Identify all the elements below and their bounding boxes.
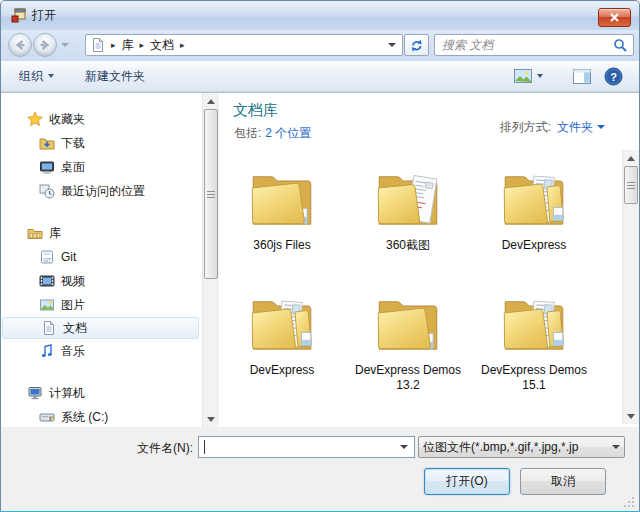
combo-dropdown-icon[interactable] <box>400 445 408 449</box>
folder-icon <box>495 164 573 236</box>
file-list-pane: 文档库 包括:2 个位置 排列方式:文件夹 360js Files 360截图 … <box>219 93 639 427</box>
filetype-value: 位图文件(*.bmp,*.gif,*.jpg,*.jp <box>423 439 610 456</box>
sidebar-item-desktop[interactable]: 桌面 <box>1 155 199 179</box>
triangle-up-icon <box>627 156 635 161</box>
sidebar-item-label: 桌面 <box>61 159 85 176</box>
sidebar-item-music[interactable]: 音乐 <box>1 339 199 363</box>
help-button[interactable]: ? <box>604 66 623 86</box>
refresh-button[interactable] <box>404 34 429 56</box>
arrange-value[interactable]: 文件夹 <box>557 120 593 134</box>
cancel-button[interactable]: 取消 <box>520 468 606 495</box>
folder-icon <box>495 414 573 424</box>
sidebar-item-label: 视频 <box>61 273 85 290</box>
arrow-left-icon <box>12 37 28 53</box>
preview-pane-icon <box>573 69 591 84</box>
filename-label: 文件名(N): <box>97 440 193 457</box>
sidebar-item-git[interactable]: GIT Git <box>1 245 199 269</box>
triangle-up-icon <box>207 99 215 104</box>
breadcrumb-libraries[interactable]: 库 <box>122 37 134 54</box>
file-list-scrollbar[interactable] <box>622 150 639 424</box>
arrange-label: 排列方式: <box>500 120 551 134</box>
breadcrumb-arrow-icon[interactable]: ▸ <box>140 40 145 50</box>
breadcrumb-arrow-icon[interactable]: ▸ <box>180 40 185 50</box>
views-button[interactable] <box>514 66 543 86</box>
scroll-up-button[interactable] <box>623 150 639 166</box>
system-drive-icon <box>39 409 55 425</box>
folder-icon <box>243 164 321 236</box>
address-bar[interactable]: ▸ 库 ▸ 文档 ▸ <box>85 34 403 56</box>
sidebar-item-favorites[interactable]: 收藏夹 <box>1 107 199 131</box>
file-item-partial[interactable] <box>345 408 471 424</box>
sidebar-scrollbar[interactable] <box>202 93 219 427</box>
close-icon <box>609 13 620 22</box>
music-note-icon <box>39 343 55 359</box>
search-input[interactable]: 搜索 文档 <box>434 34 634 56</box>
recent-pages-chevron-icon[interactable] <box>61 43 69 47</box>
new-folder-button[interactable]: 新建文件夹 <box>79 61 151 91</box>
scroll-down-button[interactable] <box>203 411 219 427</box>
sidebar-item-label: 文档 <box>63 320 87 337</box>
sidebar-item-downloads[interactable]: 下载 <box>1 131 199 155</box>
close-button[interactable] <box>598 8 631 27</box>
navigation-bar: ▸ 库 ▸ 文档 ▸ 搜索 文档 <box>1 30 639 61</box>
address-dropdown-icon[interactable] <box>388 43 396 47</box>
sidebar-item-pictures[interactable]: 图片 <box>1 293 199 317</box>
file-item[interactable]: DevExpress <box>219 283 345 408</box>
git-library-icon: GIT <box>39 249 55 265</box>
sidebar-item-label: 下载 <box>61 135 85 152</box>
open-dialog-window: 打开 ▸ 库 <box>0 0 640 512</box>
recent-places-icon <box>39 183 55 199</box>
file-item[interactable]: 360js Files <box>219 158 345 283</box>
scrollbar-thumb[interactable] <box>624 166 638 204</box>
sidebar-item-label: 库 <box>49 225 61 242</box>
sidebar-item-documents[interactable]: 文档 <box>2 317 199 339</box>
text-caret <box>204 440 205 454</box>
file-item-partial[interactable] <box>471 408 597 424</box>
sidebar-item-label: 收藏夹 <box>49 111 85 128</box>
sidebar-item-videos[interactable]: 视频 <box>1 269 199 293</box>
back-button[interactable] <box>8 33 32 57</box>
file-item[interactable]: DevExpress <box>471 158 597 283</box>
thumb-grip <box>207 191 215 198</box>
scrollbar-thumb[interactable] <box>204 109 218 279</box>
folder-icon <box>495 289 573 361</box>
file-name: DevExpress <box>471 238 597 253</box>
help-icon: ? <box>604 67 623 86</box>
sidebar-item-system-c[interactable]: 系统 (C:) <box>1 405 199 427</box>
scroll-down-button[interactable] <box>623 408 639 424</box>
chevron-down-icon[interactable] <box>597 125 605 129</box>
organize-menu-button[interactable]: 组织 <box>13 61 60 91</box>
sidebar-item-computer[interactable]: 计算机 <box>1 381 199 405</box>
sidebar-item-recent-places[interactable]: 最近访问的位置 <box>1 179 199 203</box>
filetype-select[interactable]: 位图文件(*.bmp,*.gif,*.jpg,*.jp <box>418 436 625 458</box>
sidebar-item-label: 图片 <box>61 297 85 314</box>
file-name: DevExpress Demos 15.1 <box>471 363 597 393</box>
includes-link[interactable]: 2 个位置 <box>265 126 311 140</box>
breadcrumb-documents[interactable]: 文档 <box>150 37 174 54</box>
sidebar-item-libraries[interactable]: 库 <box>1 221 199 245</box>
sidebar-item-label: 最近访问的位置 <box>61 183 145 200</box>
preview-pane-button[interactable] <box>573 66 591 86</box>
filename-input[interactable] <box>198 436 415 458</box>
scroll-up-button[interactable] <box>203 93 219 109</box>
navigation-pane: 收藏夹 下载 桌面 <box>1 93 219 427</box>
title-bar[interactable]: 打开 <box>1 1 639 30</box>
open-button[interactable]: 打开(O) <box>424 468 510 495</box>
forward-button[interactable] <box>33 33 57 57</box>
file-name: 360js Files <box>219 238 345 253</box>
search-placeholder: 搜索 文档 <box>442 37 493 54</box>
file-item[interactable]: 360截图 <box>345 158 471 283</box>
svg-text:GIT: GIT <box>43 258 51 263</box>
organize-label: 组织 <box>19 69 43 83</box>
breadcrumb-arrow-icon[interactable]: ▸ <box>111 40 116 50</box>
file-name: 360截图 <box>345 238 471 253</box>
file-item[interactable]: DevExpress Demos 13.2 <box>345 283 471 408</box>
browser-area: 收藏夹 下载 桌面 <box>1 92 639 427</box>
resize-grip[interactable] <box>624 496 635 507</box>
search-icon[interactable] <box>613 38 627 52</box>
sidebar-item-label: 系统 (C:) <box>61 409 108 426</box>
file-item[interactable]: DevExpress Demos 15.1 <box>471 283 597 408</box>
arrange-by: 排列方式:文件夹 <box>500 119 605 136</box>
svg-text:?: ? <box>610 70 617 82</box>
file-item-partial[interactable] <box>219 408 345 424</box>
